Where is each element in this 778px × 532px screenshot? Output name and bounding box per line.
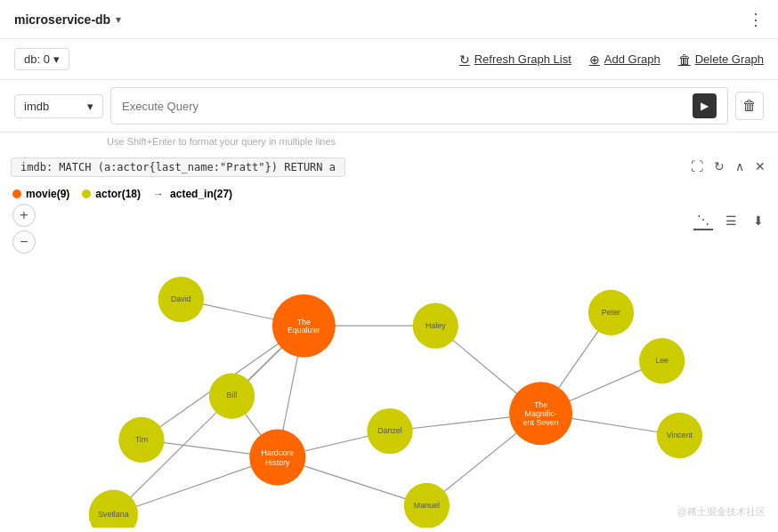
- top-bar: microservice-db ▾ ⋮: [0, 0, 778, 39]
- node-movie-hardcore[interactable]: [249, 430, 305, 486]
- trash-query-icon: 🗑: [742, 98, 757, 114]
- graph-selector-chevron: ▾: [87, 100, 93, 113]
- watermark: @稀土掘金技术社区: [677, 505, 766, 519]
- toolbar-row: db: 0 ▾ ↻ Refresh Graph List ⊕ Add Graph…: [0, 39, 778, 80]
- node-label-magnificent3: ent Seven: [523, 418, 559, 427]
- query-row: imdb ▾ ▶ 🗑: [0, 80, 778, 133]
- graph-area: imdb: MATCH (a:actor{last_name:"Pratt"})…: [0, 150, 778, 528]
- node-label-magnificent1: The: [534, 400, 547, 409]
- node-label-peter: Peter: [602, 308, 620, 317]
- refresh-label: Refresh Graph List: [474, 52, 571, 66]
- node-label-lee: Lee: [655, 356, 669, 365]
- node-label-tim: Tim: [135, 435, 148, 444]
- graph-svg: The Equalizer The Magnific- ent Seven Ha…: [0, 150, 778, 528]
- graph-name: imdb: [24, 100, 49, 113]
- node-label-bill: Bill: [227, 391, 238, 399]
- delete-graph-button[interactable]: 🗑 Delete Graph: [678, 52, 764, 67]
- node-label-haley: Haley: [425, 321, 446, 330]
- refresh-icon: ↻: [459, 52, 470, 67]
- db-selector-chevron: ▾: [53, 52, 60, 66]
- trash-icon: 🗑: [678, 52, 691, 67]
- refresh-graph-button[interactable]: ↻ Refresh Graph List: [459, 52, 571, 67]
- run-query-button[interactable]: ▶: [693, 93, 717, 118]
- query-hint: Use Shift+Enter to format your query in …: [0, 133, 778, 150]
- add-icon: ⊕: [589, 52, 600, 67]
- query-input-wrap: ▶: [110, 87, 728, 125]
- node-label-manuel: Manuel: [414, 501, 440, 510]
- delete-label: Delete Graph: [695, 52, 764, 66]
- top-bar-right: ⋮: [748, 10, 764, 29]
- node-label-vincent: Vincent: [667, 431, 693, 439]
- node-label-equalizer: The: [297, 318, 311, 326]
- db-selector[interactable]: db: 0 ▾: [14, 48, 69, 70]
- db-selector-label: db: 0: [24, 52, 50, 66]
- node-label-hardcore1: Hardcore: [262, 448, 295, 457]
- more-options-icon[interactable]: ⋮: [748, 10, 764, 29]
- node-label-hardcore2: History: [265, 458, 290, 467]
- node-label-danzel: Danzel: [377, 426, 402, 435]
- toolbar-actions: ↻ Refresh Graph List ⊕ Add Graph 🗑 Delet…: [459, 52, 764, 67]
- query-input[interactable]: [122, 100, 693, 113]
- add-label: Add Graph: [604, 52, 660, 66]
- app-title-group: microservice-db ▾: [14, 12, 121, 27]
- chevron-down-icon[interactable]: ▾: [116, 13, 121, 26]
- delete-query-button[interactable]: 🗑: [735, 92, 764, 120]
- add-graph-button[interactable]: ⊕ Add Graph: [589, 52, 660, 67]
- app-title: microservice-db: [14, 12, 110, 27]
- node-label-magnificent2: Magnific-: [525, 409, 557, 418]
- node-label-david: David: [171, 294, 191, 303]
- node-label-equalizer2: Equalizer: [288, 326, 320, 335]
- node-label-svetlana: Svetlana: [98, 510, 129, 519]
- graph-selector[interactable]: imdb ▾: [14, 94, 103, 118]
